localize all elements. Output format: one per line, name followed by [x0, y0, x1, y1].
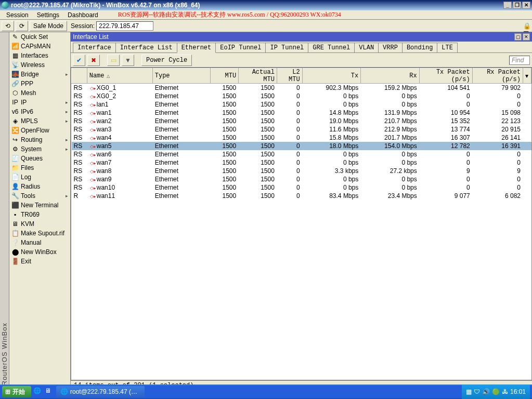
start-button[interactable]: ⊞ 开始 — [2, 386, 31, 397]
filter-button[interactable]: ▼ — [122, 55, 134, 66]
sidebar-item-mpls[interactable]: ◈MPLS▸ — [9, 116, 70, 126]
back-button[interactable]: ⟲ — [2, 21, 14, 31]
sidebar-item-routing[interactable]: ↪Routing▸ — [9, 135, 70, 144]
pane-title: Interface List — [73, 33, 109, 41]
table-row[interactable]: RS◇▸XG0_2Ethernet1500150000 bps0 bps00 — [72, 92, 531, 100]
table-row[interactable]: RS◇▸lan1Ethernet1500150000 bps0 bps00 — [72, 100, 531, 109]
table-row[interactable]: RS◇▸wan7Ethernet1500150000 bps0 bps00 — [72, 158, 531, 167]
titlebar: root@222.79.185.47 (MikroTik) - WinBox v… — [0, 0, 532, 10]
col-header[interactable]: L2 MTU — [277, 69, 302, 84]
menu-session[interactable]: Session — [2, 11, 33, 19]
tab-lte[interactable]: LTE — [437, 43, 458, 52]
table-row[interactable]: RS◇▸wan2Ethernet15001500019.0 Mbps210.7 … — [72, 117, 531, 125]
sidebar-item-ipv6[interactable]: v6IPv6▸ — [9, 107, 70, 116]
sidebar-item-tools[interactable]: 🔧Tools▸ — [9, 191, 70, 201]
table-row[interactable]: RS◇▸wan5Ethernet15001500018.0 Mbps154.0 … — [72, 142, 531, 150]
tab-bonding[interactable]: Bonding — [402, 43, 437, 52]
sidebar-item-make-supout.rif[interactable]: 📋Make Supout.rif — [9, 229, 70, 238]
tab-eoip-tunnel[interactable]: EoIP Tunnel — [215, 43, 266, 52]
sidebar-item-interfaces[interactable]: ▦Interfaces — [9, 51, 70, 60]
sidebar-item-files[interactable]: 📁Files — [9, 163, 70, 172]
clock[interactable]: 16:01 — [510, 388, 526, 395]
tray-volume-icon[interactable]: 🔊 — [482, 388, 490, 395]
table-row[interactable]: RS◇▸wan1Ethernet15001500014.8 Mbps131.9 … — [72, 109, 531, 117]
ql-ie-icon[interactable]: 🌐 — [33, 387, 43, 396]
menu-settings[interactable]: Settings — [33, 11, 63, 19]
wifi-icon: 📡 — [11, 61, 19, 69]
sidebar-item-openflow[interactable]: 🔀OpenFlow — [9, 126, 70, 135]
sidebar-item-label: Routing — [21, 136, 42, 143]
enable-button[interactable]: ✔ — [73, 55, 85, 66]
hide-passwords-icon[interactable]: 🔒 ▦ — [523, 22, 530, 30]
tab-ip-tunnel[interactable]: IP Tunnel — [265, 43, 308, 52]
table-row[interactable]: RS◇▸wan4Ethernet15001500015.8 Mbps201.7 … — [72, 134, 531, 142]
sidebar-item-ip[interactable]: IPIP▸ — [9, 98, 70, 107]
sidebar-item-queues[interactable]: 🧾Queues — [9, 154, 70, 163]
col-header[interactable]: Tx — [302, 69, 361, 84]
maximize-button[interactable]: ❐ — [513, 2, 521, 9]
table-row[interactable]: RS◇▸wan10Ethernet1500150000 bps0 bps00 — [72, 183, 531, 192]
tr-icon: ▪ — [11, 211, 19, 218]
col-header[interactable]: MTU — [211, 69, 239, 84]
sidebar: ✎Quick Set📶CAPsMAN▦Interfaces📡Wireless🌉B… — [9, 32, 71, 390]
sidebar-item-log[interactable]: 📄Log — [9, 172, 70, 182]
table-row[interactable]: RS◇▸wan6Ethernet1500150000 bps0 bps00 — [72, 150, 531, 158]
sidebar-item-ppp[interactable]: 🔗PPP — [9, 79, 70, 88]
sidebar-item-tr069[interactable]: ▪TR069 — [9, 210, 70, 219]
col-header[interactable]: Name — [87, 69, 152, 84]
tab-interface-list[interactable]: Interface List — [115, 43, 177, 52]
table-row[interactable]: RS◇▸XG0_1Ethernet150015000902.3 Mbps159.… — [72, 84, 531, 92]
col-header[interactable]: Type — [152, 69, 211, 84]
sidebar-item-exit[interactable]: 🚪Exit — [9, 257, 70, 266]
sidebar-item-new-terminal[interactable]: ⬛New Terminal — [9, 201, 70, 210]
tab-gre-tunnel[interactable]: GRE Tunnel — [308, 43, 355, 52]
tray-safe-icon[interactable]: 🟢 — [492, 388, 500, 395]
sidebar-item-label: Files — [21, 164, 34, 171]
tab-vlan[interactable]: VLAN — [354, 43, 379, 52]
close-button[interactable]: ✕ — [522, 2, 530, 9]
pane-minimize[interactable]: ▢ — [514, 33, 522, 41]
comment-button[interactable]: ▭ — [107, 55, 120, 66]
col-header[interactable]: Rx — [361, 69, 420, 84]
task-winbox[interactable]: 🌐 root@222.79.185.47 (Mi... — [56, 386, 145, 397]
menu-dashboard[interactable]: Dashboard — [63, 11, 102, 19]
safe-mode-button[interactable]: Safe Mode — [30, 21, 67, 31]
find-input[interactable]: Find — [509, 56, 530, 65]
sidebar-item-quick-set[interactable]: ✎Quick Set — [9, 32, 70, 42]
col-header[interactable]: Tx Packet (p/s) — [419, 69, 472, 84]
sidebar-item-label: TR069 — [21, 211, 40, 218]
sidebar-item-kvm[interactable]: 🖥KVM — [9, 219, 70, 229]
tray-input-icon[interactable]: ▦ — [466, 388, 472, 395]
table-row[interactable]: RS◇▸wan9Ethernet1500150000 bps0 bps00 — [72, 175, 531, 183]
tab-ethernet[interactable]: Ethernet — [177, 43, 216, 53]
table-row[interactable]: RS◇▸wan8Ethernet1500150003.3 kbps27.2 kb… — [72, 167, 531, 175]
exit-icon: 🚪 — [11, 258, 19, 265]
col-header[interactable] — [72, 69, 87, 84]
sidebar-item-wireless[interactable]: 📡Wireless — [9, 60, 70, 70]
sidebar-item-mesh[interactable]: ⬡Mesh — [9, 88, 70, 98]
forward-button[interactable]: ⟳ — [16, 21, 28, 31]
table-row[interactable]: R◇▸wan11Ethernet15001500083.4 Mbps23.4 M… — [72, 192, 531, 200]
tab-interface[interactable]: Interface — [73, 43, 116, 52]
power-cycle-button[interactable]: Power Cycle — [141, 55, 192, 66]
ql-desktop-icon[interactable]: 🖥 — [45, 387, 54, 396]
sidebar-item-radius[interactable]: 👤Radius — [9, 182, 70, 191]
sidebar-item-manual[interactable]: ❔Manual — [9, 238, 70, 247]
sidebar-item-label: New WinBox — [21, 248, 57, 256]
tray-network-icon[interactable]: 🖧 — [502, 388, 508, 395]
tab-vrrp[interactable]: VRRP — [378, 43, 403, 52]
minimize-button[interactable]: _ — [503, 2, 512, 9]
table-row[interactable]: RS◇▸wan3Ethernet15001500011.6 Mbps212.9 … — [72, 125, 531, 134]
sidebar-item-capsman[interactable]: 📶CAPsMAN — [9, 42, 70, 51]
ethernet-icon: ◇▸ — [89, 127, 97, 132]
kvm-icon: 🖥 — [11, 220, 19, 228]
col-menu[interactable]: ▾ — [523, 69, 531, 84]
sidebar-item-bridge[interactable]: 🌉Bridge▸ — [9, 70, 70, 79]
sidebar-item-system[interactable]: ⚙System▸ — [9, 144, 70, 154]
sidebar-item-new-winbox[interactable]: ⬤New WinBox — [9, 247, 70, 257]
disable-button[interactable]: ✖ — [87, 55, 100, 66]
col-header[interactable]: Actual MTU — [239, 69, 277, 84]
pane-close[interactable]: ✕ — [523, 33, 530, 41]
col-header[interactable]: Rx Packet (p/s) — [472, 69, 523, 84]
tray-shield-icon[interactable]: 🛡 — [474, 388, 480, 395]
